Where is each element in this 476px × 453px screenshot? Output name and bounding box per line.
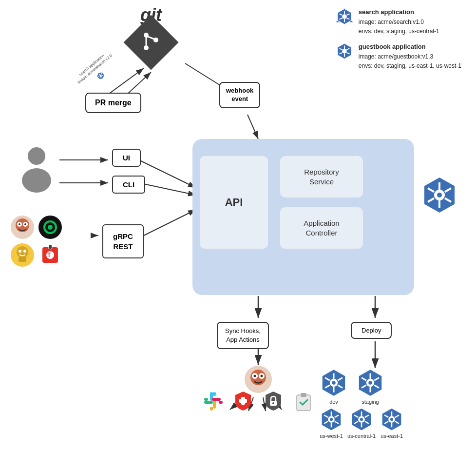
svg-rect-99 <box>212 398 221 401</box>
k8s-us-west-icon: us-west-1 <box>319 407 343 439</box>
svg-point-110 <box>332 381 336 385</box>
cli-label: CLI <box>123 180 134 189</box>
git-diamond <box>123 15 178 70</box>
svg-point-60 <box>19 223 20 225</box>
api-box: API <box>200 156 268 249</box>
grpc-rest-label: gRPCREST <box>113 232 133 251</box>
svg-rect-100 <box>219 401 223 404</box>
svg-point-20 <box>144 45 149 50</box>
pr-merge-label: PR merge <box>95 98 132 107</box>
svg-point-55 <box>22 168 51 193</box>
guestbook-app-text: guestbook application image: acme/guestb… <box>359 42 461 71</box>
pr-merge-box: PR merge <box>85 93 141 113</box>
guestbook-app-name: guestbook application <box>359 42 461 52</box>
webhook-label: webhookevent <box>226 87 253 102</box>
svg-point-120 <box>368 381 372 385</box>
search-app-name: search application <box>359 7 439 18</box>
svg-point-38 <box>342 49 347 54</box>
git-diamond-inner <box>139 29 163 56</box>
svg-point-140 <box>360 418 363 421</box>
svg-rect-98 <box>210 407 213 411</box>
clipboard-check-icon <box>293 390 314 412</box>
svg-rect-97 <box>213 400 216 409</box>
git-logo: git <box>132 5 171 62</box>
bot-row-top <box>10 215 63 240</box>
svg-line-6 <box>144 210 196 236</box>
svg-rect-69 <box>19 257 26 262</box>
svg-rect-95 <box>204 401 213 404</box>
guestbook-app-image: image: acme/guestbook:v1.3 <box>359 52 461 61</box>
deploy-label: Deploy <box>362 327 381 334</box>
search-app-envs: envs: dev, staging, us-central-1 <box>359 27 439 36</box>
sync-hooks-box: Sync Hooks,App Actions <box>217 322 269 349</box>
svg-point-67 <box>19 250 21 253</box>
guestbook-app-envs: envs: dev, staging, us-east-1, us-west-1 <box>359 61 461 71</box>
app-controller-box: ApplicationController <box>280 207 363 249</box>
circle-ci-icon <box>38 215 63 240</box>
shield-cross-icon <box>232 390 254 412</box>
k8s-staging-label: staging <box>362 399 379 405</box>
svg-point-68 <box>23 250 26 253</box>
k8s-us-central-label: us-central-1 <box>347 433 376 439</box>
svg-line-4 <box>139 183 196 195</box>
guestbook-app-info: guestbook application image: acme/guestb… <box>335 42 461 71</box>
repo-service-box: RepositoryService <box>280 156 363 197</box>
diagram-container: git <box>0 0 476 453</box>
pr-merge-area: PR merge <box>85 93 141 113</box>
svg-rect-102 <box>239 399 247 403</box>
svg-rect-96 <box>204 398 208 401</box>
svg-rect-94 <box>213 392 216 396</box>
k8s-dev-label: dev <box>329 399 338 405</box>
search-app-info: search application image: acme/search:v1… <box>335 7 461 36</box>
k8s-us-central-icon: us-central-1 <box>347 407 376 439</box>
k8s-us-east-label: us-east-1 <box>381 433 403 439</box>
k8s-dev-icon: dev <box>319 368 348 405</box>
svg-point-29 <box>342 14 347 19</box>
svg-point-90 <box>254 375 256 377</box>
k8s-deploy-container: dev staging <box>319 368 404 439</box>
sync-hooks-label: Sync Hooks,App Actions <box>225 327 261 343</box>
k8s-large-icon <box>420 176 459 217</box>
app-info-container: search application image: acme/search:v1… <box>335 7 461 71</box>
svg-point-104 <box>272 402 274 404</box>
bot-icons-container: T <box>10 215 63 268</box>
tekton-icon: T <box>38 242 63 268</box>
repo-service-label: RepositoryService <box>304 167 339 186</box>
argo-bot-icon-1 <box>10 215 35 240</box>
diagonal-search-label: search application image: acme/search:v2… <box>74 50 121 95</box>
argo-robot-bottom-icon <box>244 365 273 394</box>
slack-icon <box>202 390 224 412</box>
cli-box: CLI <box>112 176 145 194</box>
k8s-us-east-icon: us-east-1 <box>380 407 404 439</box>
search-app-image: image: acme/search:v1.0 <box>359 18 439 27</box>
guestbook-app-k8s-icon <box>335 42 354 60</box>
k8s-bottom-row: us-west-1 us-central-1 <box>319 407 404 439</box>
user-figure <box>17 144 56 195</box>
svg-point-61 <box>24 223 26 225</box>
bot-row-bottom: T <box>10 242 63 268</box>
webhook-box: webhookevent <box>219 82 260 108</box>
svg-rect-75 <box>49 245 52 248</box>
api-label: API <box>225 196 243 209</box>
deploy-box: Deploy <box>351 322 392 339</box>
search-app-text: search application image: acme/search:v1… <box>359 7 439 36</box>
svg-point-150 <box>390 418 393 421</box>
svg-point-79 <box>437 193 442 197</box>
svg-text:T: T <box>47 252 51 258</box>
app-controller-label: ApplicationController <box>304 218 339 237</box>
person-icon <box>17 144 56 193</box>
svg-point-130 <box>330 418 333 421</box>
svg-line-9 <box>248 115 258 139</box>
svg-point-64 <box>48 225 53 230</box>
k8s-us-west-label: us-west-1 <box>320 433 343 439</box>
ui-label: UI <box>123 154 130 162</box>
grpc-rest-box: gRPCREST <box>102 224 144 258</box>
svg-point-54 <box>28 147 45 165</box>
svg-point-91 <box>261 375 263 377</box>
k8s-large-wheel <box>420 176 459 215</box>
k8s-staging-icon: staging <box>356 368 385 405</box>
k8s-top-row: dev staging <box>319 368 404 405</box>
svg-rect-106 <box>301 393 306 397</box>
ui-box: UI <box>112 149 141 167</box>
search-app-k8s-icon <box>335 7 354 26</box>
